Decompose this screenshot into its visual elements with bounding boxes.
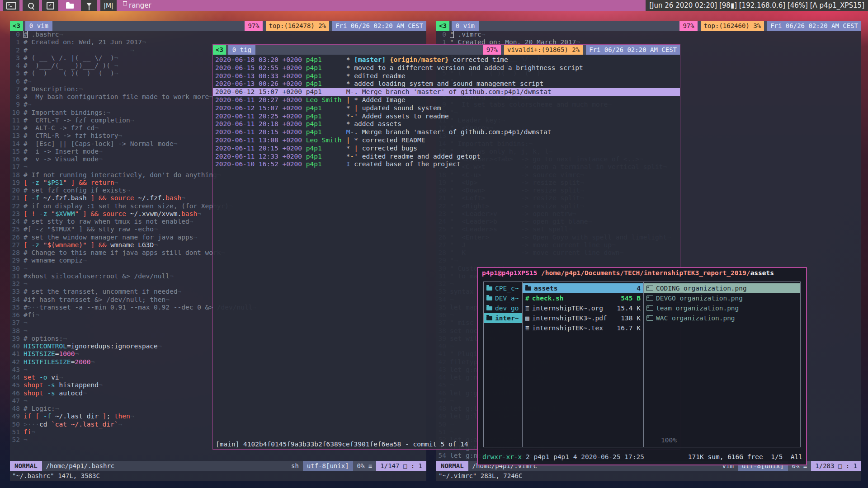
- tig-commit-row[interactable]: 2020-06-11 20:15 +0200 p4p1M-. Merge bra…: [213, 128, 680, 136]
- system-status-text: [Jun 26 2020 02:20] [98▮] [192.168.0.6] …: [646, 0, 868, 11]
- ranger-file-manager-window[interactable]: p4p1@p4p1XPS15 /home/p4p1/Documents/TECH…: [477, 267, 807, 465]
- tig-commit-row[interactable]: 2020-06-10 16:52 +0200 p4p1I created bas…: [213, 160, 680, 169]
- ranger-parent-dir[interactable]: dev_go: [484, 303, 522, 313]
- tmux-cpu-badge: 97%: [483, 45, 501, 55]
- tmux-top-process: vivaldi+:(91865) 2%: [504, 45, 583, 55]
- m-icon: |M|: [104, 2, 113, 9]
- tig-commit-row[interactable]: 2020-06-11 20:15 +0200 p4p1* | corrected…: [213, 145, 680, 153]
- workspace-terminal[interactable]: >_: [3, 0, 19, 11]
- folder-icon: [525, 286, 531, 291]
- folder-icon: [486, 296, 492, 300]
- tmux-session-badge[interactable]: <3: [213, 45, 226, 55]
- cocktail-icon: [86, 3, 92, 6]
- tmux-statusbar-left: <3 0 vim 97% top:(162478) 2% Fri 06/26 0…: [10, 21, 426, 31]
- tig-commit-row[interactable]: 2020-06-12 15:07 +0200 p4p1* | updated s…: [213, 104, 680, 113]
- vim-cmdline-left[interactable]: "~/.bashrc" 147L, 3583C: [10, 471, 426, 481]
- text-file-icon: ≣: [525, 323, 529, 333]
- vim-mode-badge: NORMAL: [10, 461, 42, 471]
- ranger-parent-dir[interactable]: inter~: [484, 313, 522, 323]
- ranger-scroll-percent: 100%: [661, 436, 677, 444]
- tig-commit-row[interactable]: 2020-06-11 20:25 +0200 p4p1*-' Added ass…: [213, 113, 680, 121]
- tig-commit-list[interactable]: 2020-06-18 03:20 +0200 p4p1* [master] {o…: [213, 55, 680, 169]
- folder-icon: [486, 306, 492, 310]
- folder-icon: [66, 4, 74, 9]
- vim-mode-badge: NORMAL: [436, 461, 468, 471]
- ranger-main-column: assets4#check.sh545 B≣internshipTEK~.org…: [523, 283, 643, 447]
- tig-commit-row[interactable]: 2020-06-13 00:26 +0200 p4p1* added loadi…: [213, 80, 680, 88]
- ranger-file-entry[interactable]: ▤internshipTEK3~.pdf138 K: [523, 313, 643, 323]
- vim-scroll-percent: 0% ≡: [353, 461, 377, 471]
- file-info: 2 p4p1 p4p1 4 2020-06-25 17:25: [522, 452, 644, 461]
- vim-cursor-position: 1/283 □ : 1: [811, 461, 861, 471]
- workspace-music[interactable]: |M|: [100, 0, 117, 11]
- text-file-icon: ≣: [525, 303, 529, 313]
- ranger-preview-entry[interactable]: DEVGO_organization.png: [644, 293, 800, 303]
- hash-file-icon: #: [525, 293, 529, 303]
- tmux-session-badge[interactable]: <3: [436, 21, 449, 31]
- vim-file-path: /home/p4p1/.bashrc: [42, 461, 119, 471]
- ranger-preview-entry[interactable]: WAC_organization.png: [644, 313, 800, 323]
- vim-statusline-left: NORMAL /home/p4p1/.bashrc sh utf-8[unix]…: [10, 461, 426, 471]
- tmux-statusbar-right: <3 0 vim 97% top:(162460) 3% Fri 06/26 0…: [436, 21, 861, 31]
- tmux-top-process: top:(162460) 3%: [701, 21, 764, 31]
- directory-stats: 171K sum, 616G free 1/5 All: [688, 452, 802, 461]
- file-permissions: drwxr-xr-x: [482, 452, 522, 461]
- ranger-columns-box: CPE_c~DEV_a~dev_gointer~ assets4#check.s…: [483, 282, 801, 447]
- tmux-clock: Fri 06/26 02:20 AM CEST: [332, 21, 426, 31]
- image-file-icon: [646, 296, 653, 301]
- workspace-search[interactable]: [23, 0, 39, 11]
- vim-cursor-position: 1/147 □ : 1: [376, 461, 426, 471]
- vim-line: 0" .vimrc¬: [436, 31, 861, 38]
- workspace-tasks[interactable]: ✓: [42, 0, 58, 11]
- tmux-session-badge[interactable]: <3: [10, 21, 23, 31]
- tig-commit-row[interactable]: 2020-06-11 12:33 +0200 p4p1*-' edited re…: [213, 153, 680, 161]
- ranger-file-entry[interactable]: ≣internshipTEK~.tex16.7 K: [523, 323, 643, 333]
- tig-status-footer: [main] 4102b4f0145f9a3b33b2f6389cef3901f…: [216, 441, 468, 448]
- ranger-file-entry[interactable]: ≣internshipTEK~.org15.4 K: [523, 303, 643, 313]
- tig-commit-row[interactable]: 2020-06-11 13:08 +0200 Leo Smith| * corr…: [213, 136, 680, 145]
- tmux-window-label[interactable]: 0 tig: [228, 45, 255, 55]
- ranger-current-dir: assets: [750, 269, 774, 277]
- check-icon: ✓: [47, 2, 54, 9]
- search-icon: [28, 3, 34, 9]
- ranger-file-entry[interactable]: assets4: [523, 283, 643, 293]
- vim-encoding: utf-8[unix]: [303, 461, 353, 471]
- tig-commit-row[interactable]: 2020-06-13 00:33 +0200 p4p1* edited read…: [213, 72, 680, 80]
- ranger-directory-path[interactable]: /home/p4p1/Documents/TECH/internshipTEK3…: [537, 269, 750, 277]
- ranger-parent-dir[interactable]: DEV_a~: [484, 293, 522, 303]
- image-file-icon: [646, 305, 653, 311]
- ranger-hostname: p4p1@p4p1XPS15: [482, 269, 537, 277]
- tmux-window-label[interactable]: 0 vim: [25, 21, 52, 31]
- tmux-window-label[interactable]: 0 vim: [452, 21, 479, 31]
- ranger-file-entry[interactable]: #check.sh545 B: [523, 293, 643, 303]
- folder-icon: [486, 316, 492, 320]
- layout-indicator-icon: [123, 1, 127, 5]
- ranger-status-footer: drwxr-xr-x 2 p4p1 p4p1 4 2020-06-25 17:2…: [482, 452, 802, 461]
- tmux-statusbar-tig: <3 0 tig 97% vivaldi+:(91865) 2% Fri 06/…: [213, 45, 680, 55]
- terminal-icon: >_: [6, 2, 16, 9]
- workspace-media[interactable]: [81, 0, 97, 11]
- tig-commit-row[interactable]: 2020-06-12 15:07 +0200 p4p1M-. Merge bra…: [213, 88, 680, 96]
- tmux-cpu-badge: 97%: [679, 21, 697, 31]
- ranger-path-breadcrumb: p4p1@p4p1XPS15 /home/p4p1/Documents/TECH…: [478, 268, 806, 280]
- tig-commit-row[interactable]: 2020-06-18 03:20 +0200 p4p1* [master] {o…: [213, 56, 680, 64]
- focused-window-title: ranger: [129, 0, 151, 11]
- tig-commit-row[interactable]: 2020-06-11 20:27 +0200 Leo Smith| * Adde…: [213, 96, 680, 104]
- top-bar: >_ ✓ |M| ranger [Jun 26 2020 02:20] [98▮…: [0, 0, 868, 11]
- tmux-clock: Fri 06/26 02:20 AM CEST: [586, 45, 680, 55]
- tig-commit-row[interactable]: 2020-06-15 02:55 +0200 p4p1* moved to a …: [213, 64, 680, 72]
- ranger-preview-column: CODING_organization.pngDEVGO_organizatio…: [644, 283, 800, 447]
- vim-filetype: sh: [287, 461, 303, 471]
- ranger-parent-column: CPE_c~DEV_a~dev_gointer~: [484, 283, 522, 447]
- tmux-clock: Fri 06/26 02:20 AM CEST: [767, 21, 861, 31]
- tmux-top-process: top:(162478) 2%: [266, 21, 329, 31]
- ranger-parent-dir[interactable]: CPE_c~: [484, 283, 522, 293]
- ranger-preview-entry[interactable]: CODING_organization.png: [644, 283, 800, 293]
- tig-commit-row[interactable]: 2020-06-11 20:18 +0200 p4p1* added asset…: [213, 120, 680, 128]
- folder-icon: [486, 286, 492, 291]
- vim-cmdline-right[interactable]: "~/.vimrc" 283L, 7246C: [436, 471, 861, 481]
- image-file-icon: [646, 286, 653, 291]
- ranger-preview-entry[interactable]: team_organization.png: [644, 303, 800, 313]
- image-file-icon: [646, 315, 653, 321]
- workspace-files-active[interactable]: [61, 0, 78, 11]
